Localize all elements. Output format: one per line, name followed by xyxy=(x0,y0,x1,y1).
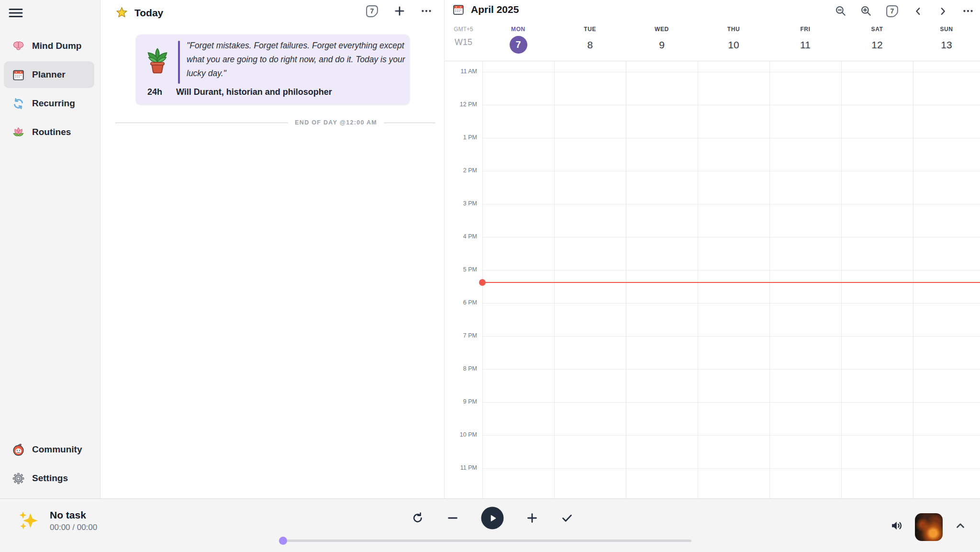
ellipsis-icon xyxy=(420,5,433,17)
quote-author: Will Durant, historian and philosopher xyxy=(176,87,332,97)
sidebar-item-planner[interactable]: Planner xyxy=(4,61,94,88)
day-name: TUE xyxy=(554,26,626,33)
day-column-line xyxy=(698,61,698,498)
hamburger-icon xyxy=(9,7,23,19)
increase-time-button[interactable] xyxy=(526,512,539,525)
day-name: SAT xyxy=(841,26,913,33)
sidebar-item-label: Community xyxy=(32,444,82,455)
expand-player-button[interactable] xyxy=(954,519,967,532)
player-controls xyxy=(412,507,574,529)
calendar-panel: April 2025 7 xyxy=(444,0,980,498)
ambiance-scene-thumbnail[interactable] xyxy=(915,513,943,541)
hour-gridline xyxy=(482,303,980,304)
quote-duration: 24h xyxy=(147,87,162,97)
today-day-count-button[interactable]: 7 xyxy=(365,4,379,18)
day-header-tue[interactable]: TUE 8 xyxy=(554,21,626,54)
calendar-next-button[interactable] xyxy=(937,5,949,17)
hour-gridline xyxy=(482,72,980,72)
hour-gridline xyxy=(482,237,980,237)
recurring-icon xyxy=(12,97,25,110)
hour-label: 7 PM xyxy=(445,332,477,339)
hour-gridline xyxy=(482,138,980,138)
play-button[interactable] xyxy=(481,507,504,529)
day-header-wed[interactable]: WED 9 xyxy=(626,21,698,54)
day-column-line xyxy=(554,61,555,498)
hour-label: 3 PM xyxy=(445,200,477,207)
day-header-thu[interactable]: THU 10 xyxy=(698,21,769,54)
day-header-mon[interactable]: MON 7 xyxy=(482,21,554,54)
hour-gridline xyxy=(482,468,980,469)
hour-gridline xyxy=(482,435,980,436)
current-time-dot xyxy=(479,279,486,286)
day-header-fri[interactable]: FRI 11 xyxy=(769,21,841,54)
day-name: MON xyxy=(482,26,554,33)
day-name: THU xyxy=(698,26,769,33)
calendar-icon xyxy=(452,3,465,16)
sidebar-item-label: Planner xyxy=(32,69,66,80)
sidebar-item-label: Recurring xyxy=(32,98,75,109)
day-column-line xyxy=(841,61,842,498)
calendar-grid[interactable]: 11 AM 12 PM 1 PM 2 PM 3 PM 4 PM 5 PM 6 P… xyxy=(445,61,980,498)
today-more-options-button[interactable] xyxy=(420,5,433,17)
day-header-sun[interactable]: SUN 13 xyxy=(913,21,980,54)
complete-task-button[interactable] xyxy=(561,512,574,525)
sidebar-item-routines[interactable]: Routines xyxy=(4,119,94,146)
focus-player-bar: No task 00:00 / 00:00 xyxy=(0,498,980,552)
check-icon xyxy=(561,512,574,525)
calendar-prev-button[interactable] xyxy=(912,5,924,17)
hour-gridline xyxy=(482,204,980,204)
calendar-zoom-out-button[interactable] xyxy=(835,5,847,17)
quote-task-card[interactable]: "Forget mistakes. Forget failures. Forge… xyxy=(136,34,410,104)
hour-gridline xyxy=(482,402,980,403)
calendar-more-options-button[interactable] xyxy=(962,5,974,17)
today-panel: Today 7 "Forget mistakes. Forget failure… xyxy=(101,0,444,498)
sidebar-item-mind-dump[interactable]: Mind Dump xyxy=(4,33,94,59)
sidebar-item-community[interactable]: Community xyxy=(4,436,94,463)
hour-label: 6 PM xyxy=(445,299,477,306)
day-date: 11 xyxy=(797,36,814,54)
hour-gridline xyxy=(482,171,980,171)
sidebar-footer: Community Settings xyxy=(4,436,94,494)
speaker-icon xyxy=(890,519,903,532)
ellipsis-icon xyxy=(962,5,974,17)
day-header-row: MON 7 TUE 8 WED 9 THU 10 FRI 11 SAT 12 S… xyxy=(482,21,980,54)
end-of-day-label: END OF DAY @12:00 AM xyxy=(295,119,377,126)
calendar-icon xyxy=(12,68,25,81)
progress-slider-thumb[interactable] xyxy=(279,537,287,545)
day-header-sat[interactable]: SAT 12 xyxy=(841,21,913,54)
hour-gridline xyxy=(482,369,980,370)
today-day-badge-number: 7 xyxy=(370,7,374,15)
volume-button[interactable] xyxy=(890,519,903,532)
lotus-icon xyxy=(12,126,25,139)
divider-line xyxy=(384,123,435,123)
day-date: 12 xyxy=(869,36,886,54)
hour-label: 11 PM xyxy=(445,464,477,471)
hamburger-menu-button[interactable] xyxy=(8,6,24,20)
day-date: 8 xyxy=(581,36,599,54)
progress-slider[interactable] xyxy=(280,540,691,542)
end-of-day-divider: END OF DAY @12:00 AM xyxy=(115,119,435,126)
brain-icon xyxy=(12,40,25,53)
hour-label: 12 PM xyxy=(445,101,477,108)
hour-label: 8 PM xyxy=(445,365,477,372)
sidebar-item-recurring[interactable]: Recurring xyxy=(4,90,94,117)
decrease-time-button[interactable] xyxy=(446,512,459,525)
quote-accent-bar xyxy=(178,41,180,84)
today-title: Today xyxy=(134,7,163,19)
day-name: SUN xyxy=(913,26,980,33)
timezone-cell: GMT+5 W15 xyxy=(445,21,482,47)
star-icon xyxy=(115,6,128,19)
chevron-up-icon xyxy=(954,519,967,532)
chevron-left-icon xyxy=(912,5,924,17)
week-number-label: W15 xyxy=(445,37,482,47)
calendar-zoom-in-button[interactable] xyxy=(860,5,872,17)
calendar-week-view-button[interactable]: 7 xyxy=(885,4,899,18)
sidebar: Mind Dump Planner Recurring Routines Com… xyxy=(0,0,100,498)
restart-timer-button[interactable] xyxy=(412,512,424,525)
hour-gridline xyxy=(482,105,980,105)
calendar-day-badge-icon: 7 xyxy=(885,4,899,18)
sidebar-item-settings[interactable]: Settings xyxy=(4,465,94,492)
add-task-button[interactable] xyxy=(393,5,406,17)
calendar-week-badge-number: 7 xyxy=(891,7,894,15)
hour-gridline xyxy=(482,336,980,337)
